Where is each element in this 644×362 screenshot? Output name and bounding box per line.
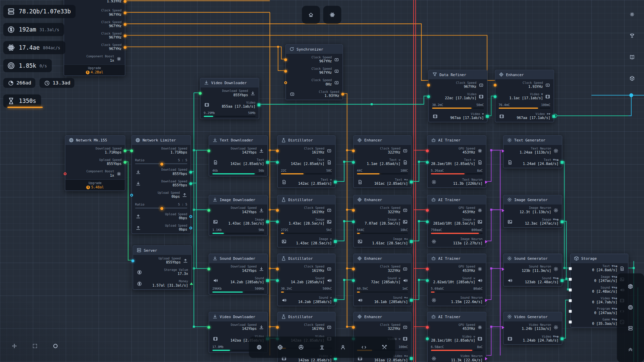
chip-dock-button[interactable] (274, 341, 286, 354)
trophy-button[interactable] (626, 29, 638, 42)
button-icon[interactable] (333, 80, 339, 85)
row-sound-neuron[interactable]: Sound Neuron1.15m [22.6m/s] (428, 294, 486, 306)
button-icon[interactable] (326, 148, 332, 154)
node-text-downloader[interactable]: Text DownloaderDownload Speed142YbpsText… (209, 135, 268, 176)
port-tsq[interactable] (266, 161, 269, 164)
port-ptri[interactable] (502, 267, 504, 271)
button-icon[interactable] (545, 82, 550, 88)
row-sound[interactable]: Sound ⚒14.2ab [285ab/s] (278, 294, 335, 306)
gear-icon[interactable] (477, 207, 483, 213)
node-video-downloader[interactable]: Video DownloaderDownload Speed855YbpsVid… (200, 78, 259, 119)
row-clock-speed[interactable]: Clock Speed967YHz (64, 42, 125, 53)
row-video[interactable]: Video ▼967aa [17.1ab/s] (429, 110, 487, 122)
chevrons-button[interactable] (624, 343, 637, 355)
port-ptri[interactable] (502, 209, 504, 212)
node-enhancer[interactable]: EnhancerClock Speed322YHzText ⚒1.1ae [2.… (353, 135, 412, 188)
row-clock-speed[interactable]: Clock Speed161YHz (278, 145, 335, 156)
port-o[interactable] (276, 209, 279, 212)
row-gpu-speed[interactable]: GPU Speed453YHz (428, 204, 486, 216)
node-image-generator[interactable]: Image GeneratorImage Neuron12.3t [1.13b/… (503, 195, 562, 228)
row-image[interactable]: Image ⚒7.07ad [28.5ac/s] (354, 216, 411, 227)
row-upload-speed[interactable]: Upload Speed855Ybps (133, 255, 192, 266)
row-sound[interactable]: Sound ⚒72ac [285ab/s] (354, 275, 411, 286)
port-tsq[interactable] (334, 299, 337, 302)
port-g[interactable] (124, 149, 127, 152)
row-text[interactable]: Text142ac [2.85ad/s] (278, 157, 335, 168)
gear-button[interactable] (626, 8, 638, 20)
node-network-mk-155[interactable]: Network Mk.155Download Speed1.71RbpsUplo… (65, 135, 125, 191)
row-video[interactable]: Video ♥♠●1.24ab [24.7ab/s] (503, 333, 562, 344)
ratio-slider[interactable]: Ratio5 : 5 (132, 201, 191, 210)
row-text[interactable]: Text ⚒28.2ae/10t [2.85ad/s] (428, 157, 486, 168)
row-clock-speed[interactable]: Clock Speed322YHz (354, 204, 411, 216)
port-tsq[interactable] (560, 220, 564, 223)
row-clock-speed[interactable]: Clock Speed322YHz (354, 321, 411, 333)
gear-icon[interactable] (477, 148, 483, 154)
row-text-neuron[interactable]: Text Neuron11.3b [226b/s] (428, 176, 486, 187)
code-dock-button[interactable] (358, 341, 370, 354)
port-ptri[interactable] (485, 180, 487, 184)
port-r[interactable] (426, 149, 429, 152)
row-video-neuron[interactable]: Video Neuron11.3k [22.6k/s] (428, 353, 486, 362)
row-sound[interactable]: Sound ♠⚒16.1ab [285ab/s] (354, 294, 411, 306)
row-text[interactable]: Text ⚒142ac [2.85ad/s] (278, 176, 335, 187)
port-o[interactable] (352, 267, 355, 270)
port-tsq[interactable] (410, 357, 413, 360)
row-sound[interactable]: Sound ♥♠●123ab [2.48ac/s] (503, 275, 562, 286)
node-enhancer[interactable]: EnhancerClock Speed322YHzImage ⚒7.07ad [… (353, 195, 412, 248)
row-clock-speed[interactable]: Clock Speed967YHz (429, 79, 487, 90)
gear-icon[interactable] (477, 266, 483, 272)
port-g[interactable] (207, 209, 210, 212)
row-sound-neuron[interactable]: Sound Neuron123b [11.3m/s] (503, 263, 562, 275)
port-tsq[interactable] (258, 103, 261, 106)
port-t[interactable] (427, 95, 430, 98)
gear-icon[interactable] (477, 324, 483, 330)
row-sound[interactable]: Sound14.2ab [285ab/s] (209, 275, 267, 286)
port-g[interactable] (199, 92, 202, 95)
node-enhancer[interactable]: EnhancerClock Speed1.93YHzVideo ▼1.1ac [… (495, 70, 554, 122)
port-tsq[interactable] (410, 240, 413, 243)
port-t[interactable] (426, 337, 429, 340)
port-g[interactable] (207, 267, 210, 270)
resource-atom[interactable]: 17.4ae804ac/s (3, 41, 65, 54)
row-sound[interactable]: Sound ⚒2.82ad/10t [285ab/s] (428, 275, 486, 286)
port-w[interactable] (569, 320, 572, 323)
row-clock-speed[interactable]: Clock Speed1.93YHz (286, 88, 342, 100)
row-image[interactable]: Image ♠⚒1.61ac [28.5ac/s] (354, 236, 411, 247)
port-o[interactable] (352, 149, 355, 152)
upgrade-button[interactable]: Upgrade$4.2Bal (64, 64, 125, 75)
port-tsq[interactable] (410, 299, 413, 302)
node-sound-generator[interactable]: Sound GeneratorSound Neuron123b [11.3m/s… (503, 254, 562, 287)
node-ai-trainer[interactable]: AI TrainerGPU Speed453YHzImage ⚒281ad/10… (427, 195, 486, 248)
timer-pill[interactable]: 1350s (3, 95, 41, 108)
port-tsq[interactable] (486, 115, 489, 118)
row-clock-speed[interactable]: Clock Speed161YHz (278, 204, 335, 216)
node-sound-downloader[interactable]: Sound DownloaderDownload Speed142YbpsSou… (209, 254, 268, 295)
port-gtri[interactable] (190, 282, 193, 285)
atom-button[interactable] (323, 6, 341, 24)
port-o[interactable] (276, 149, 279, 152)
row-clock-speed[interactable]: Clock Speed967YHz (286, 65, 342, 77)
row-upload-speed[interactable]: Upload Speed0bps (132, 210, 191, 222)
port-o[interactable] (284, 70, 287, 73)
port-ptri[interactable] (485, 240, 487, 243)
target-button[interactable] (624, 301, 637, 313)
scientist-dock-button[interactable] (337, 341, 349, 354)
button-icon[interactable] (326, 324, 332, 330)
node-server[interactable]: ServerUpload Speed855YbpsStorage Value17… (133, 245, 192, 290)
row-clock-speed[interactable]: Clock Speed322YHz (354, 145, 411, 156)
node-ai-trainer[interactable]: AI TrainerGPU Speed453YHzText ⚒28.2ae/10… (427, 135, 486, 188)
port-w[interactable] (569, 299, 572, 302)
node-ai-trainer[interactable]: AI TrainerGPU Speed453YHzSound ⚒2.82ad/1… (427, 254, 486, 306)
button-icon[interactable] (478, 82, 484, 88)
row-video[interactable]: Video ⚒28.1ac/10t [2.85ab/s] (428, 333, 486, 344)
slider-track[interactable] (135, 208, 187, 208)
port-o[interactable] (494, 83, 497, 86)
marquee-tool-button[interactable] (27, 338, 43, 354)
port-r[interactable] (426, 326, 429, 329)
port-co[interactable] (189, 215, 192, 218)
slider-knob[interactable] (160, 162, 164, 166)
tools-dock-button[interactable] (378, 341, 391, 354)
port-tsq[interactable] (410, 180, 413, 183)
row-clock-speed[interactable]: Clock Speed967YHz (286, 54, 342, 65)
